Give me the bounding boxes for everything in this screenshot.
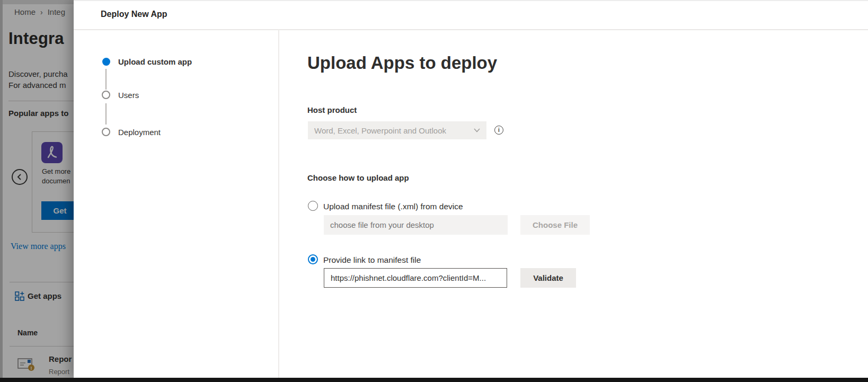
host-product-value: Word, Excel, Powerpoint and Outlook (314, 126, 446, 135)
step-deployment-circle-icon (102, 128, 110, 136)
radio-upload-manifest-file-label[interactable]: Upload manifest file (.xml) from device (323, 201, 463, 211)
panel-header-divider (74, 29, 868, 30)
step-upload-custom-app[interactable]: Upload custom app (118, 57, 192, 66)
manifest-url-input[interactable] (324, 268, 507, 288)
choose-upload-label: Choose how to upload app (307, 173, 409, 182)
info-icon[interactable]: i (494, 126, 503, 135)
validate-button[interactable]: Validate (520, 268, 576, 288)
content-heading: Upload Apps to deploy (307, 53, 497, 73)
step-deployment[interactable]: Deployment (118, 128, 161, 137)
manifest-file-input (324, 215, 508, 235)
radio-provide-link[interactable] (308, 254, 318, 264)
step-users[interactable]: Users (118, 91, 139, 100)
bottom-bar (0, 378, 868, 382)
deploy-new-app-panel: Deploy New App Upload custom app Users D… (74, 0, 868, 378)
chevron-down-icon (474, 128, 480, 132)
panel-title: Deploy New App (101, 10, 167, 19)
host-product-label: Host product (307, 105, 357, 114)
screen: Home›Integ Integra Discover, purcha For … (0, 0, 868, 382)
stepper-content-divider (278, 30, 279, 379)
step-users-circle-icon (102, 91, 110, 99)
radio-upload-manifest-file[interactable] (308, 201, 318, 211)
host-product-dropdown[interactable]: Word, Excel, Powerpoint and Outlook (308, 121, 486, 139)
radio-provide-link-label[interactable]: Provide link to manifest file (323, 255, 421, 265)
stepper-connector (105, 69, 107, 90)
stepper-connector (105, 103, 107, 125)
choose-file-button: Choose File (520, 215, 590, 235)
step-active-dot (102, 58, 110, 66)
